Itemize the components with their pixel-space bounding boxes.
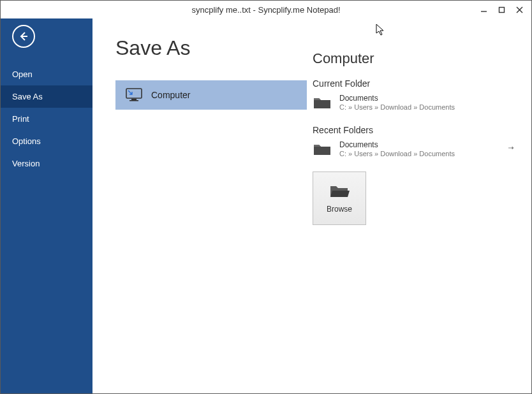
folder-path: C: » Users » Download » Documents (339, 103, 455, 111)
folder-text: Documents C: » Users » Download » Docume… (339, 94, 455, 111)
location-computer[interactable]: Computer (115, 80, 307, 110)
sidebar-item-open[interactable]: Open (1, 63, 92, 85)
sidebar-item-label: Version (12, 159, 40, 168)
sidebar-item-print[interactable]: Print (1, 108, 92, 130)
minimize-button[interactable] (479, 5, 488, 14)
location-label: Computer (151, 90, 190, 100)
maximize-button[interactable] (497, 5, 506, 14)
pin-icon[interactable] (507, 144, 515, 152)
page-title: Save As (115, 36, 306, 60)
folder-path: C: » Users » Download » Documents (339, 150, 455, 157)
back-button[interactable] (12, 25, 35, 48)
sidebar-item-save-as[interactable]: Save As (1, 85, 92, 108)
current-folder-label: Current Folder (313, 78, 519, 89)
details-column: Computer Current Folder Documents C: » U… (306, 18, 531, 393)
main-area: Save As Computer Computer Current Folder (92, 18, 531, 393)
sidebar-item-label: Print (12, 114, 29, 124)
svg-rect-6 (131, 99, 137, 100)
svg-rect-7 (129, 100, 138, 101)
details-heading: Computer (313, 50, 519, 67)
folder-icon (313, 96, 332, 110)
folder-name: Documents (339, 140, 455, 149)
current-folder-item[interactable]: Documents C: » Users » Download » Docume… (313, 94, 519, 111)
recent-folders-label: Recent Folders (313, 125, 519, 135)
folder-open-icon (329, 183, 350, 200)
svg-rect-5 (126, 89, 142, 98)
sidebar-item-version[interactable]: Version (1, 152, 92, 175)
folder-icon (313, 142, 332, 156)
sidebar-item-label: Options (12, 136, 41, 146)
svg-rect-1 (499, 7, 504, 12)
sidebar-item-label: Save As (12, 92, 43, 101)
folder-name: Documents (339, 94, 455, 103)
close-button[interactable] (515, 5, 524, 14)
titlebar: syncplify me..txt - Syncplify.me Notepad… (1, 1, 531, 18)
monitor-icon (126, 88, 142, 102)
sidebar-item-options[interactable]: Options (1, 130, 92, 152)
browse-label: Browse (327, 205, 352, 214)
sidebar-item-label: Open (12, 69, 33, 79)
window-title: syncplify me..txt - Syncplify.me Notepad… (191, 5, 340, 15)
window-controls (479, 5, 531, 14)
folder-text: Documents C: » Users » Download » Docume… (339, 140, 455, 157)
locations-column: Save As Computer (92, 18, 306, 393)
recent-folder-item[interactable]: Documents C: » Users » Download » Docume… (313, 140, 519, 157)
sidebar: Open Save As Print Options Version (1, 18, 92, 393)
browse-button[interactable]: Browse (313, 171, 366, 225)
